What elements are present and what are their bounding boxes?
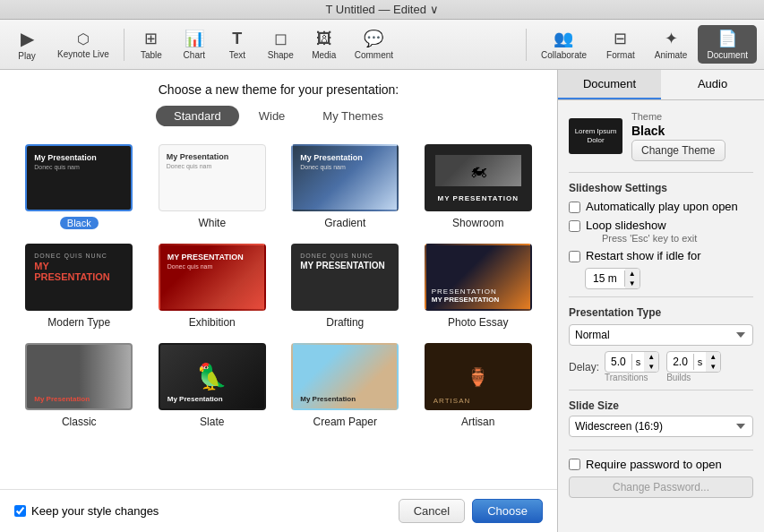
transitions-decrement[interactable]: ▼: [644, 362, 658, 372]
table-icon: ⊞: [144, 29, 158, 48]
theme-item-white[interactable]: My Presentation Donec quis nam White: [151, 144, 274, 229]
builds-unit: s: [694, 355, 707, 369]
keynote-live-icon: ⬡: [77, 30, 90, 47]
theme-item-cream-paper[interactable]: My Presentation Cream Paper: [284, 343, 407, 428]
divider-2: [569, 296, 753, 297]
tab-wide[interactable]: Wide: [241, 106, 304, 126]
transitions-input: 5.0 s ▲ ▼: [605, 351, 659, 373]
play-icon: ▶: [21, 28, 34, 49]
format-label: Format: [606, 50, 635, 60]
document-label: Document: [707, 50, 748, 60]
theme-thumb-black: My Presentation Donec quis nam: [25, 144, 133, 211]
toolbar-document[interactable]: 📄 Document: [698, 25, 757, 64]
theme-label-modern-type: Modern Type: [47, 316, 110, 329]
toolbar-keynote-live[interactable]: ⬡ Keynote Live: [50, 27, 116, 63]
auto-play-label[interactable]: Automatically play upon open: [586, 200, 738, 213]
theme-label-exhibition: Exhibition: [189, 316, 236, 329]
require-password-row: Require password to open: [569, 458, 753, 471]
toolbar-separator-1: [124, 29, 124, 61]
presentation-type-header: Presentation Type: [569, 306, 753, 319]
require-password-label[interactable]: Require password to open: [586, 458, 722, 471]
format-icon: ⊟: [614, 29, 627, 48]
animate-icon: ✦: [665, 29, 678, 48]
toolbar-play[interactable]: ▶ Play: [7, 24, 47, 64]
keep-style-checkbox[interactable]: [14, 505, 26, 517]
theme-item-showroom[interactable]: MY PRESENTATION 🏍 Showroom: [417, 144, 540, 229]
theme-label-prefix: Theme: [631, 111, 725, 122]
auto-play-row: Automatically play upon open: [569, 200, 753, 213]
right-panel-tabs: Document Audio: [558, 70, 764, 100]
theme-grid: My Presentation Donec quis nam Black My …: [0, 135, 557, 489]
change-theme-button[interactable]: Change Theme: [631, 140, 725, 161]
theme-thumb-artisan: 🏺 ARTISAN: [425, 343, 532, 410]
toolbar-shape[interactable]: ◻ Shape: [261, 25, 301, 64]
builds-increment[interactable]: ▲: [706, 352, 720, 362]
toolbar: ▶ Play ⬡ Keynote Live ⊞ Table 📊 Chart T …: [0, 20, 764, 70]
choose-button[interactable]: Choose: [472, 499, 543, 523]
slide-size-header: Slide Size: [569, 399, 753, 412]
media-label: Media: [312, 50, 336, 60]
theme-thumb-showroom: MY PRESENTATION 🏍: [425, 144, 532, 211]
transitions-value: 5.0: [605, 354, 632, 370]
theme-label-showroom: Showroom: [452, 217, 503, 229]
theme-item-photo-essay[interactable]: PRESENTATION MY PRESENTATION Photo Essay: [417, 244, 540, 329]
idle-row: 15 m ▲ ▼: [569, 268, 753, 289]
transitions-increment[interactable]: ▲: [644, 352, 658, 362]
text-icon: T: [232, 30, 242, 48]
theme-item-black[interactable]: My Presentation Donec quis nam Black: [18, 144, 141, 229]
cancel-button[interactable]: Cancel: [399, 499, 465, 523]
theme-item-slate[interactable]: 🦜 My Presentation Slate: [151, 343, 274, 428]
toolbar-text[interactable]: T Text: [218, 26, 257, 64]
theme-item-artisan[interactable]: 🏺 ARTISAN Artisan: [417, 343, 540, 428]
idle-decrement[interactable]: ▼: [625, 279, 640, 288]
shape-label: Shape: [268, 50, 294, 60]
media-icon: 🖼: [316, 30, 332, 48]
title-text: T Untitled — Edited ∨: [325, 3, 438, 16]
theme-item-gradient[interactable]: My Presentation Donec quis nam Gradient: [284, 144, 407, 229]
theme-item-modern-type[interactable]: DONEC QUIS NUNC MY PRESENTATION Modern T…: [18, 244, 141, 329]
idle-value: 15 m: [586, 270, 625, 287]
tab-my-themes[interactable]: My Themes: [305, 106, 401, 126]
main-container: Choose a new theme for your presentation…: [0, 70, 764, 532]
restart-label[interactable]: Restart show if idle for: [586, 249, 701, 262]
require-password-checkbox[interactable]: [569, 459, 580, 470]
keynote-live-label: Keynote Live: [57, 49, 109, 59]
theme-name: Black: [631, 124, 725, 138]
play-label: Play: [18, 51, 35, 61]
theme-label-slate: Slate: [200, 416, 224, 428]
restart-checkbox[interactable]: [569, 251, 580, 262]
presentation-type-select[interactable]: Normal Self-playing Hyperlink only: [569, 324, 753, 346]
tab-document[interactable]: Document: [558, 70, 661, 99]
toolbar-chart[interactable]: 📊 Chart: [175, 25, 214, 64]
toolbar-right-group: 👥 Collaborate ⊟ Format ✦ Animate 📄 Docum…: [522, 25, 757, 64]
builds-value: 2.0: [667, 354, 694, 370]
transitions-stepper: ▲ ▼: [644, 352, 658, 372]
chart-label: Chart: [184, 50, 205, 60]
theme-item-classic[interactable]: My Presentation Classic: [18, 343, 141, 428]
theme-item-drafting[interactable]: DONEC QUIS NUNC MY PRESENTATION Drafting: [284, 244, 407, 329]
toolbar-format[interactable]: ⊟ Format: [597, 25, 644, 64]
keep-style-label[interactable]: Keep your style changes: [31, 504, 159, 518]
toolbar-collaborate[interactable]: 👥 Collaborate: [532, 25, 596, 64]
theme-item-exhibition[interactable]: MY PRESENTATION Donec quis nam Exhibitio…: [151, 244, 274, 329]
comment-icon: 💬: [364, 29, 383, 48]
loop-checkbox[interactable]: [569, 220, 580, 232]
toolbar-media[interactable]: 🖼 Media: [305, 26, 344, 64]
auto-play-checkbox[interactable]: [569, 202, 580, 213]
theme-preview-thumb: Lorem Ipsum Dolor: [569, 118, 622, 154]
idle-increment[interactable]: ▲: [625, 269, 640, 279]
toolbar-table[interactable]: ⊞ Table: [132, 25, 171, 64]
tab-audio[interactable]: Audio: [661, 70, 764, 99]
theme-label-gradient: Gradient: [324, 217, 365, 229]
theme-label-classic: Classic: [62, 416, 97, 428]
theme-label-white: White: [198, 217, 226, 229]
loop-label[interactable]: Loop slideshow: [586, 219, 666, 232]
theme-thumb-modern: DONEC QUIS NUNC MY PRESENTATION: [25, 244, 133, 311]
slide-size-select[interactable]: Widescreen (16:9) Standard (4:3) Custom …: [569, 416, 753, 437]
builds-decrement[interactable]: ▼: [706, 362, 720, 372]
divider-3: [569, 390, 753, 390]
toolbar-comment[interactable]: 💬 Comment: [348, 25, 400, 64]
tab-standard[interactable]: Standard: [156, 106, 239, 126]
shape-icon: ◻: [274, 29, 288, 48]
toolbar-animate[interactable]: ✦ Animate: [646, 25, 697, 64]
